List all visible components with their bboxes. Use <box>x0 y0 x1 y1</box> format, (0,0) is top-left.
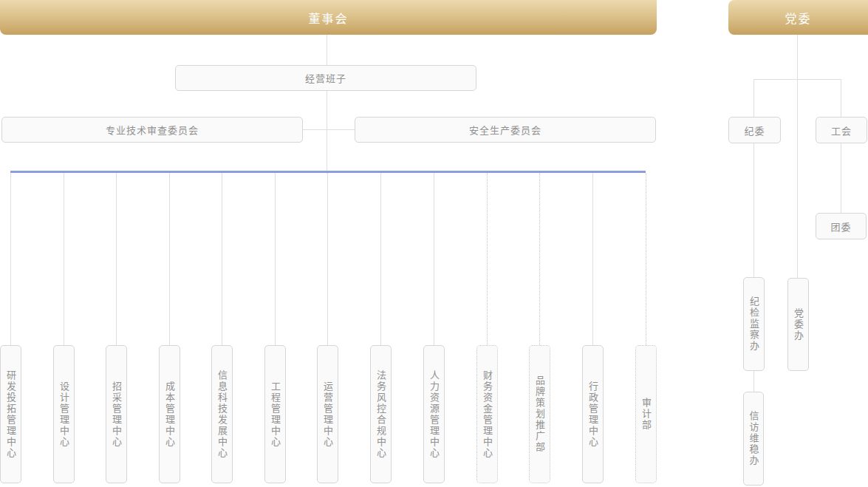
connector-dept-6 <box>327 173 328 345</box>
labor-union-box: 工会 <box>816 117 867 143</box>
department-box-finance: 财务资金管理中心 <box>476 345 498 483</box>
connector-dept-8 <box>434 173 434 345</box>
department-box-legal: 法务风控合规中心 <box>370 345 392 483</box>
department-label: 法务风控合规中心 <box>376 370 386 459</box>
connector-to-labor-union <box>841 79 841 117</box>
discipline-committee-box: 纪委 <box>728 117 781 143</box>
department-label: 招采管理中心 <box>112 381 121 448</box>
connector-dept-2 <box>116 173 117 345</box>
youth-league-box: 团委 <box>816 213 867 239</box>
connector-dept-3 <box>169 173 170 345</box>
connector-party-trunk <box>797 35 798 278</box>
department-label: 研发投拓管理中心 <box>6 370 16 459</box>
discipline-office-box: 纪检监察办 <box>743 277 765 371</box>
department-label: 成本管理中心 <box>165 381 174 448</box>
tech-review-committee-box: 专业技术审查委员会 <box>1 117 303 143</box>
connector-dept-12 <box>646 173 647 345</box>
party-committee-bar: 党委 <box>728 0 868 35</box>
board-of-directors-bar: 董事会 <box>0 0 657 35</box>
department-box-operations: 运营管理中心 <box>317 345 338 483</box>
connector-party-branch <box>753 79 841 80</box>
department-box-hr: 人力资源管理中心 <box>423 345 445 483</box>
board-of-directors-label: 董事会 <box>308 9 348 27</box>
department-label: 人力资源管理中心 <box>429 370 439 459</box>
management-team-box: 经营班子 <box>175 65 476 91</box>
department-box-it: 信息科技发展中心 <box>211 345 233 483</box>
connector-dept-5 <box>275 173 276 345</box>
connector-to-discipline-committee <box>753 79 754 117</box>
department-label: 运营管理中心 <box>323 381 332 448</box>
connector-dept-7 <box>380 173 381 345</box>
safety-committee-box: 安全生产委员会 <box>355 117 656 143</box>
party-office-box: 党委办 <box>787 278 809 371</box>
department-box-rd-investment: 研发投拓管理中心 <box>0 345 21 483</box>
connector-to-discipline-office <box>753 143 754 277</box>
connector-board-to-management <box>327 35 327 65</box>
party-office-label: 党委办 <box>793 308 803 341</box>
tech-review-committee-label: 专业技术审查委员会 <box>106 123 199 137</box>
department-box-engineering: 工程管理中心 <box>264 345 286 483</box>
discipline-committee-label: 纪委 <box>744 123 765 137</box>
department-box-audit: 审计部 <box>635 345 657 483</box>
discipline-office-label: 纪检监察办 <box>749 296 759 352</box>
youth-league-label: 团委 <box>830 219 851 234</box>
department-box-procurement: 招采管理中心 <box>106 345 127 483</box>
connector-dept-10 <box>539 173 541 345</box>
department-label: 信息科技发展中心 <box>217 370 227 459</box>
connector-dept-4 <box>222 173 222 345</box>
connector-to-petition-office <box>753 371 754 392</box>
department-label: 工程管理中心 <box>270 381 280 448</box>
connector-dept-1 <box>64 173 64 345</box>
connector-dept-9 <box>487 173 488 345</box>
petition-office-box: 信访维稳办 <box>743 392 764 486</box>
connector-dept-0 <box>10 173 11 345</box>
department-box-branding: 品牌策划推广部 <box>529 345 550 483</box>
connector-committees <box>303 129 355 130</box>
department-label: 审计部 <box>641 398 651 431</box>
connector-to-youth-league <box>841 143 841 213</box>
department-box-cost: 成本管理中心 <box>159 345 180 483</box>
department-label: 品牌策划推广部 <box>535 375 544 453</box>
department-box-admin: 行政管理中心 <box>582 345 604 483</box>
labor-union-label: 工会 <box>831 123 852 137</box>
safety-committee-label: 安全生产委员会 <box>469 123 541 137</box>
department-box-design: 设计管理中心 <box>53 345 75 483</box>
department-label: 财务资金管理中心 <box>482 370 492 459</box>
management-team-label: 经营班子 <box>305 71 346 85</box>
connector-dept-11 <box>592 173 593 345</box>
department-rail-line <box>10 171 646 173</box>
department-label: 行政管理中心 <box>588 381 598 448</box>
petition-office-label: 信访维稳办 <box>749 411 759 466</box>
connector-management-to-departments <box>327 91 327 174</box>
party-committee-label: 党委 <box>785 9 811 27</box>
department-label: 设计管理中心 <box>59 381 69 448</box>
org-chart-canvas: 董事会 党委 经营班子 专业技术审查委员会 安全生产委员会 研发投拓管理中心 设… <box>0 0 868 487</box>
